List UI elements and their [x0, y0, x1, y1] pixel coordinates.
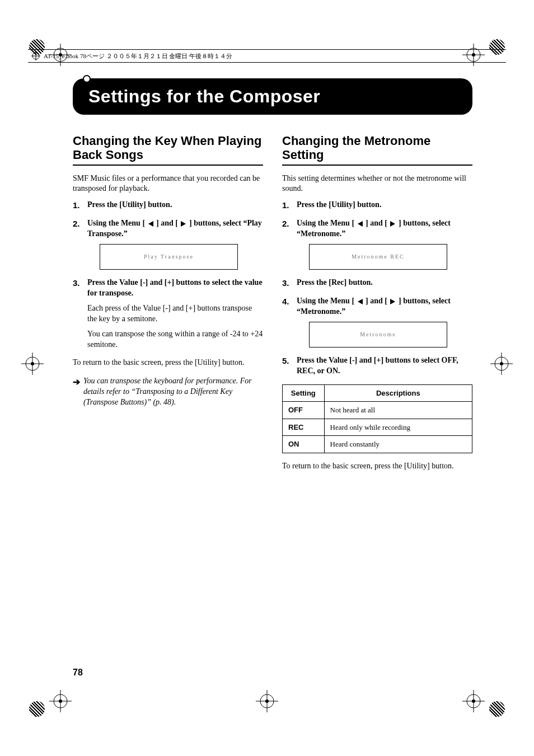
table-cell: Heard constantly — [324, 436, 472, 453]
registration-mark-icon — [49, 690, 72, 712]
table-header: Setting — [283, 384, 325, 402]
lcd-display: Play Transpose — [100, 244, 238, 270]
content-area: Settings for the Composer Changing the K… — [73, 78, 472, 477]
step-sub: Each press of the Value [-] and [+] butt… — [87, 303, 263, 325]
settings-table: Setting Descriptions OFF Not heard at al… — [282, 384, 472, 453]
step-text: Press the [Rec] button. — [297, 278, 373, 287]
left-column: Changing the Key When Playing Back Songs… — [73, 130, 263, 477]
table-row: REC Heard only while recording — [283, 419, 472, 436]
svg-point-19 — [59, 699, 62, 703]
triangle-right-icon — [181, 221, 186, 227]
step-sub: You can transpose the song within a rang… — [87, 329, 263, 350]
svg-point-23 — [472, 699, 475, 703]
lcd-text: Metronome — [360, 331, 396, 339]
table-row: OFF Not heard at all — [283, 402, 472, 419]
lcd-display: Metronome — [309, 322, 447, 348]
table-cell: REC — [283, 419, 325, 436]
table-header: Descriptions — [324, 384, 472, 402]
intro-right: This setting determines whether or not t… — [282, 173, 472, 195]
registration-mark-icon — [490, 353, 513, 369]
steps-right: Press the [Utility] button. Using the Me… — [282, 200, 472, 376]
step-item: Press the [Utility] button. — [73, 200, 263, 210]
step-text: Press the [Utility] button. — [87, 200, 172, 209]
step-text-pre: Using the Menu [ — [297, 219, 357, 227]
triangle-left-icon — [358, 221, 363, 227]
corner-hatch-br — [489, 701, 505, 717]
step-item: Press the [Rec] button. — [282, 278, 472, 288]
registration-mark-icon — [31, 51, 40, 60]
registration-mark-icon — [462, 690, 485, 712]
table-cell: ON — [283, 436, 325, 453]
svg-point-11 — [31, 362, 34, 365]
table-cell: OFF — [283, 402, 325, 419]
triangle-left-icon — [358, 299, 363, 304]
step-text: Press the [Utility] button. — [297, 200, 381, 209]
chapter-title-band: Settings for the Composer — [73, 78, 472, 115]
arrow-right-icon: ➔ — [73, 376, 80, 388]
return-line-right: To return to the basic screen, press the… — [282, 461, 472, 472]
right-column: Changing the Metronome Setting This sett… — [282, 130, 472, 477]
lcd-display: Metronome REC — [309, 244, 447, 270]
lcd-text: Metronome REC — [352, 253, 405, 261]
section-heading-right: Changing the Metronome Setting — [282, 134, 472, 166]
cross-reference-note: ➔ You can transpose the keyboard for per… — [73, 376, 263, 408]
table-row: ON Heard constantly — [283, 436, 472, 453]
corner-hatch-bl — [29, 701, 45, 717]
svg-point-27 — [265, 699, 269, 703]
step-text-mid: ] and [ — [364, 219, 390, 227]
page-number: 78 — [73, 668, 83, 678]
svg-point-15 — [500, 362, 503, 365]
step-item: Using the Menu [ ] and [ ] buttons, sele… — [73, 218, 263, 270]
note-text: You can transpose the keyboard for perfo… — [83, 376, 263, 408]
step-text-mid: ] and [ — [154, 219, 180, 227]
step-item: Press the Value [-] and [+] buttons to s… — [73, 278, 263, 350]
chapter-title: Settings for the Composer — [88, 86, 457, 107]
file-info-text: AT-15_e.book 78ページ ２００５年１月２１日 金曜日 午後８時１４… — [44, 52, 232, 60]
file-info-bar: AT-15_e.book 78ページ ２００５年１月２１日 金曜日 午後８時１４… — [28, 49, 506, 63]
table-cell: Not heard at all — [324, 402, 472, 419]
section-heading-left: Changing the Key When Playing Back Songs — [73, 134, 263, 166]
step-text: Press the Value [-] and [+] buttons to s… — [297, 356, 458, 375]
triangle-right-icon — [390, 299, 395, 304]
intro-left: SMF Music files or a performance that yo… — [73, 173, 263, 195]
step-item: Press the Value [-] and [+] buttons to s… — [282, 355, 472, 377]
steps-left: Press the [Utility] button. Using the Me… — [73, 200, 263, 350]
step-text: Press the Value [-] and [+] buttons to s… — [87, 278, 263, 297]
return-line-left: To return to the basic screen, press the… — [73, 358, 263, 368]
step-item: Using the Menu [ ] and [ ] buttons, sele… — [282, 296, 472, 348]
triangle-left-icon — [148, 221, 153, 227]
two-column-layout: Changing the Key When Playing Back Songs… — [73, 130, 472, 477]
step-text-mid: ] and [ — [364, 297, 390, 305]
table-cell: Heard only while recording — [324, 419, 472, 436]
step-text-pre: Using the Menu [ — [297, 297, 357, 305]
lcd-text: Play Transpose — [144, 253, 194, 261]
page: AT-15_e.book 78ページ ２００５年１月２１日 金曜日 午後８時１４… — [0, 0, 534, 756]
registration-mark-icon — [21, 353, 44, 369]
step-item: Press the [Utility] button. — [282, 200, 472, 210]
registration-mark-icon — [256, 690, 278, 712]
triangle-right-icon — [390, 221, 395, 227]
step-item: Using the Menu [ ] and [ ] buttons, sele… — [282, 218, 472, 270]
step-text-pre: Using the Menu [ — [87, 219, 147, 227]
